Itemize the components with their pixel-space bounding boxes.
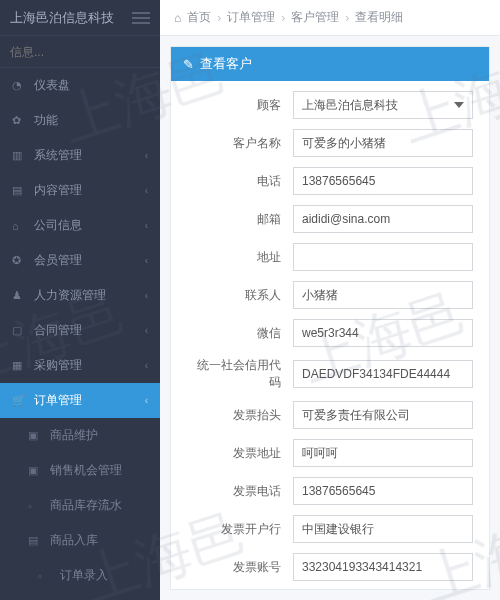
field-label: 联系人 — [187, 287, 293, 304]
breadcrumb: ⌂ 首页 › 订单管理 › 客户管理 › 查看明细 — [160, 0, 500, 36]
nav-icon: ◦ — [38, 570, 54, 582]
chevron-left-icon: ‹ — [145, 185, 148, 196]
chevron-left-icon: ‹ — [145, 360, 148, 371]
nav-icon: ▦ — [12, 359, 28, 372]
credit-code-value: DAEDVDF34134FDE44444 — [293, 360, 473, 388]
field-label: 发票地址 — [187, 445, 293, 462]
nav-item-14[interactable]: ◦订单录入 — [0, 558, 160, 593]
nav-label: 商品库存流水 — [50, 497, 148, 514]
nav-label: 仪表盘 — [34, 77, 148, 94]
nav-item-11[interactable]: ▣销售机会管理 — [0, 453, 160, 488]
phone-value: 13876565645 — [293, 167, 473, 195]
brand-text: 上海邑泊信息科技 — [10, 9, 132, 27]
search-input[interactable] — [10, 45, 160, 59]
address-value — [293, 243, 473, 271]
breadcrumb-item[interactable]: 订单管理 — [227, 9, 275, 26]
nav-item-4[interactable]: ⌂公司信息‹ — [0, 208, 160, 243]
form: 顾客 上海邑泊信息科技 客户名称 可爱多的小猪猪 电话 13876565645 … — [171, 81, 489, 590]
chevron-left-icon: ‹ — [145, 290, 148, 301]
field-label: 地址 — [187, 249, 293, 266]
search-box: 🔍 — [0, 36, 160, 68]
field-label: 发票账号 — [187, 559, 293, 576]
nav-icon: ▢ — [12, 324, 28, 337]
panel-header: ✎ 查看客户 — [171, 47, 489, 81]
invoice-address-value: 呵呵呵 — [293, 439, 473, 467]
nav-item-9[interactable]: 🛒订单管理‹ — [0, 383, 160, 418]
nav-icon: ⌂ — [12, 220, 28, 232]
nav-label: 会员管理 — [34, 252, 145, 269]
wechat-value: we5r3r344 — [293, 319, 473, 347]
invoice-account-value: 33230419334341432​1 — [293, 553, 473, 581]
main: ⌂ 首页 › 订单管理 › 客户管理 › 查看明细 ✎ 查看客户 顾客 上海邑泊… — [160, 0, 500, 600]
chevron-left-icon: ‹ — [145, 220, 148, 231]
nav-item-13[interactable]: ▤商品入库 — [0, 523, 160, 558]
breadcrumb-sep: › — [217, 11, 221, 25]
nav-item-7[interactable]: ▢合同管理‹ — [0, 313, 160, 348]
nav-label: 内容管理 — [34, 182, 145, 199]
chevron-left-icon: ‹ — [145, 395, 148, 406]
chevron-left-icon: ‹ — [145, 255, 148, 266]
nav-label: 订单管理 — [34, 392, 145, 409]
nav-label: 商品维护 — [50, 427, 148, 444]
nav-label: 公司信息 — [34, 217, 145, 234]
customer-name-value: 可爱多的小猪猪 — [293, 129, 473, 157]
nav-icon: ◔ — [12, 79, 28, 92]
nav-item-3[interactable]: ▤内容管理‹ — [0, 173, 160, 208]
panel: ✎ 查看客户 顾客 上海邑泊信息科技 客户名称 可爱多的小猪猪 电话 13876… — [170, 46, 490, 590]
nav-icon: ▤ — [12, 184, 28, 197]
nav-icon: ◦ — [28, 500, 44, 512]
field-label: 邮箱 — [187, 211, 293, 228]
hamburger-icon[interactable] — [132, 12, 150, 24]
breadcrumb-item[interactable]: 首页 — [187, 9, 211, 26]
home-icon[interactable]: ⌂ — [174, 11, 181, 25]
field-label: 发票电话 — [187, 483, 293, 500]
nav-icon: ✿ — [12, 114, 28, 127]
nav-icon: ♟ — [12, 289, 28, 302]
nav-icon: ▥ — [12, 149, 28, 162]
chevron-left-icon: ‹ — [145, 325, 148, 336]
nav-label: 销售机会管理 — [50, 462, 148, 479]
field-label: 发票开户行 — [187, 521, 293, 538]
nav-item-10[interactable]: ▣商品维护 — [0, 418, 160, 453]
invoice-title-value: 可爱多责任有限公司 — [293, 401, 473, 429]
nav-item-2[interactable]: ▥系统管理‹ — [0, 138, 160, 173]
chevron-left-icon: ‹ — [145, 150, 148, 161]
field-label: 客户名称 — [187, 135, 293, 152]
nav-icon: ✪ — [12, 254, 28, 267]
brand-bar: 上海邑泊信息科技 — [0, 0, 160, 36]
breadcrumb-sep: › — [345, 11, 349, 25]
nav-item-12[interactable]: ◦商品库存流水 — [0, 488, 160, 523]
nav-icon: ▤ — [28, 534, 44, 547]
invoice-phone-value: 13876565645 — [293, 477, 473, 505]
nav-label: 功能 — [34, 112, 148, 129]
nav-item-1[interactable]: ✿功能 — [0, 103, 160, 138]
nav-item-6[interactable]: ♟人力资源管理‹ — [0, 278, 160, 313]
nav-item-8[interactable]: ▦采购管理‹ — [0, 348, 160, 383]
nav-label: 订单录入 — [60, 567, 148, 584]
panel-title: 查看客户 — [200, 55, 252, 73]
nav-label: 合同管理 — [34, 322, 145, 339]
customer-type-select[interactable]: 上海邑泊信息科技 — [293, 91, 473, 119]
field-label: 电话 — [187, 173, 293, 190]
nav: ◔仪表盘✿功能▥系统管理‹▤内容管理‹⌂公司信息‹✪会员管理‹♟人力资源管理‹▢… — [0, 68, 160, 600]
nav-label: 系统管理 — [34, 147, 145, 164]
sidebar: 上海邑泊信息科技 🔍 ◔仪表盘✿功能▥系统管理‹▤内容管理‹⌂公司信息‹✪会员管… — [0, 0, 160, 600]
contact-value: 小猪猪 — [293, 281, 473, 309]
field-label: 发票抬头 — [187, 407, 293, 424]
nav-item-0[interactable]: ◔仪表盘 — [0, 68, 160, 103]
nav-label: 采购管理 — [34, 357, 145, 374]
breadcrumb-item: 查看明细 — [355, 9, 403, 26]
nav-item-5[interactable]: ✪会员管理‹ — [0, 243, 160, 278]
nav-item-15[interactable]: ◦商品出库 — [0, 593, 160, 600]
email-value: aididi@sina.com — [293, 205, 473, 233]
nav-label: 商品入库 — [50, 532, 148, 549]
field-label: 统一社会信用代码 — [187, 357, 293, 391]
field-label: 微信 — [187, 325, 293, 342]
nav-icon: ▣ — [28, 429, 44, 442]
edit-icon: ✎ — [183, 57, 194, 72]
invoice-bank-value: 中国建设银行 — [293, 515, 473, 543]
nav-icon: ▣ — [28, 464, 44, 477]
nav-icon: 🛒 — [12, 394, 28, 407]
breadcrumb-item[interactable]: 客户管理 — [291, 9, 339, 26]
nav-label: 人力资源管理 — [34, 287, 145, 304]
